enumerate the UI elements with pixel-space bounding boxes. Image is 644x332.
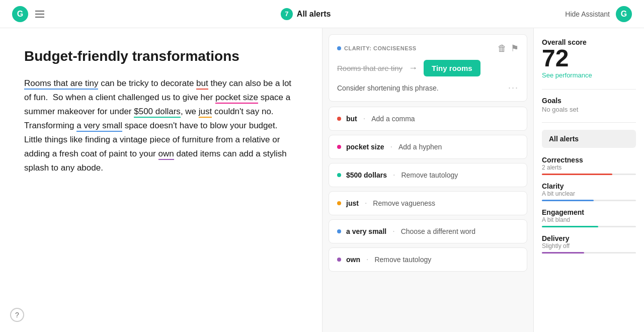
metric-desc: A bit bland — [542, 216, 636, 223]
help-button[interactable]: ? — [10, 308, 24, 322]
see-performance-link[interactable]: See performance — [542, 71, 636, 79]
highlight-own[interactable]: own — [158, 149, 174, 160]
metric-bar-fill — [542, 252, 584, 254]
divider-2 — [542, 122, 636, 123]
highlight-500-dollars[interactable]: $500 dollars — [134, 107, 181, 118]
alert-message: Choose a different word — [401, 227, 475, 235]
metric-name: Clarity — [542, 182, 636, 190]
alert-item-but[interactable]: but · Add a comma — [329, 107, 527, 131]
score-number: 72 — [542, 46, 636, 70]
metric-desc: A bit unclear — [542, 190, 636, 197]
metric-engagement[interactable]: Engagement A bit bland — [542, 208, 636, 227]
alert-item-own[interactable]: own · Remove tautology — [329, 247, 527, 272]
metric-bar-fill — [542, 226, 598, 227]
alert-message: Add a hyphen — [398, 143, 442, 151]
replacement-chip[interactable]: Tiny rooms — [424, 60, 480, 76]
highlight-but[interactable]: but — [196, 78, 208, 90]
middle-panel: CLARITY: CONCISENESS 🗑 ⚑ Rooms that are … — [322, 28, 533, 332]
alert-separator: · — [366, 255, 368, 264]
alert-separator: · — [393, 171, 395, 180]
metric-name: Delivery — [542, 234, 636, 242]
metric-delivery[interactable]: Delivery Slightly off — [542, 234, 636, 254]
topbar-right: Hide Assistant G — [565, 6, 632, 22]
alert-message: Remove tautology — [374, 256, 431, 264]
alert-word: just — [346, 199, 359, 207]
topbar-left: G — [12, 6, 46, 22]
dot-purple-icon — [337, 258, 341, 262]
card-description: Consider shortening this phrase. — [337, 84, 439, 92]
metric-bar-fill — [542, 174, 612, 175]
goals-section: Goals No goals set — [542, 97, 636, 113]
right-sidebar: Overall score 72 See performance Goals N… — [533, 28, 644, 332]
dot-pink-icon — [337, 145, 341, 149]
topbar-title: All alerts — [297, 10, 331, 19]
alert-item-very-small[interactable]: a very small · Choose a different word — [329, 219, 527, 243]
metric-bar — [542, 174, 636, 175]
grammarly-logo-left: G — [12, 6, 28, 22]
dot-red-icon — [337, 117, 341, 121]
divider-1 — [542, 89, 636, 90]
alert-word: a very small — [346, 227, 386, 235]
alert-word: own — [346, 256, 360, 264]
main-area: Budget-friendly transformations Rooms th… — [0, 28, 644, 332]
alert-separator: · — [392, 227, 394, 236]
alert-item-500-dollars[interactable]: $500 dollars · Remove tautology — [329, 163, 527, 187]
hide-assistant-button[interactable]: Hide Assistant — [565, 10, 610, 18]
dot-teal-icon — [337, 173, 341, 177]
document-title: Budget-friendly transformations — [24, 48, 298, 64]
alert-item-pocket-size[interactable]: pocket size · Add a hyphen — [329, 135, 527, 159]
topbar: G 7 All alerts Hide Assistant G — [0, 0, 644, 28]
highlight-just[interactable]: just — [199, 107, 212, 118]
metric-bar — [542, 252, 636, 254]
highlight-rooms-tiny[interactable]: Rooms that are tiny — [24, 78, 98, 90]
metric-correctness[interactable]: Correctness 2 alerts — [542, 156, 636, 175]
alert-word: $500 dollars — [346, 171, 387, 179]
alert-word: pocket size — [346, 143, 384, 151]
metric-desc: Slightly off — [542, 242, 636, 250]
alert-separator: · — [390, 142, 392, 151]
original-text: Rooms that are tiny — [337, 64, 403, 72]
alert-message: Remove vagueness — [373, 199, 435, 207]
dot-orange-icon — [337, 201, 341, 205]
goals-sub: No goals set — [542, 106, 636, 113]
card-tag-text: CLARITY: CONCISENESS — [344, 45, 417, 51]
alert-separator: · — [363, 114, 365, 123]
editor-pane: Budget-friendly transformations Rooms th… — [0, 28, 322, 332]
alert-count-badge: 7 — [281, 8, 293, 20]
alert-word: but — [346, 115, 357, 123]
alert-separator: · — [365, 199, 367, 208]
dot-blue-icon — [337, 229, 341, 233]
metric-name: Correctness — [542, 156, 636, 164]
flag-button[interactable]: ⚑ — [511, 43, 519, 54]
all-alerts-button[interactable]: All alerts — [542, 130, 636, 148]
highlight-pocket-size[interactable]: pocket size — [215, 93, 258, 104]
delete-button[interactable]: 🗑 — [498, 43, 507, 54]
document-body: Rooms that are tiny can be tricky to dec… — [24, 76, 298, 175]
alert-item-just[interactable]: just · Remove vagueness — [329, 191, 527, 215]
metric-name: Engagement — [542, 208, 636, 216]
metric-desc: 2 alerts — [542, 164, 636, 171]
alert-message: Add a comma — [371, 115, 415, 123]
metric-clarity[interactable]: Clarity A bit unclear — [542, 182, 636, 201]
replacement-row: Rooms that are tiny → Tiny rooms — [337, 60, 519, 76]
arrow-icon: → — [409, 63, 418, 73]
main-suggestion-card: CLARITY: CONCISENESS 🗑 ⚑ Rooms that are … — [329, 34, 527, 102]
card-more-icon[interactable]: ··· — [508, 82, 519, 93]
card-tag: CLARITY: CONCISENESS — [337, 45, 417, 51]
grammarly-logo-right: G — [616, 6, 632, 22]
card-actions: 🗑 ⚑ — [498, 43, 519, 54]
alert-message: Remove tautology — [401, 171, 458, 179]
topbar-center: 7 All alerts — [281, 8, 331, 20]
metric-bar — [542, 200, 636, 201]
score-section: Overall score 72 See performance — [542, 38, 636, 79]
dot-blue-icon — [337, 46, 341, 50]
card-header: CLARITY: CONCISENESS 🗑 ⚑ — [337, 43, 519, 54]
highlight-very-small[interactable]: a very small — [76, 121, 122, 132]
menu-icon[interactable] — [33, 9, 46, 20]
goals-title: Goals — [542, 97, 636, 105]
metric-bar — [542, 226, 636, 227]
metric-bar-fill — [542, 200, 594, 201]
